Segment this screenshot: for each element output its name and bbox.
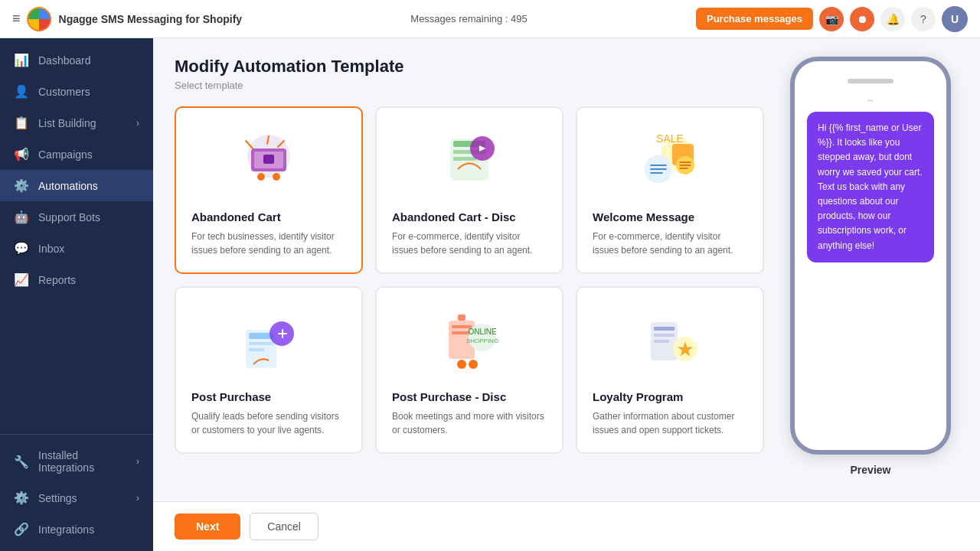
phone-frame: -- Hi {{% first_name or User %}}. It loo… — [790, 57, 951, 455]
help-button[interactable]: ? — [911, 7, 936, 31]
card-image-welcome-message: SALE — [593, 123, 747, 200]
card-desc-post-purchase: Qualify leads before sending visitors or… — [191, 409, 346, 437]
svg-rect-5 — [263, 155, 274, 164]
template-card-loyalty-program[interactable]: Loyalty Program Gather information about… — [576, 286, 764, 454]
sidebar: 📊 Dashboard 👤 Customers 📋 List Building … — [0, 38, 153, 551]
sidebar-item-reports[interactable]: 📈 Reports — [0, 264, 153, 295]
hamburger-icon: ≡ — [12, 11, 21, 26]
card-image-loyalty-program — [593, 303, 747, 380]
card-desc-abandoned-cart: For tech businesses, identify visitor is… — [191, 230, 346, 257]
purchase-messages-button[interactable]: Purchase messages — [696, 8, 813, 30]
dashboard-icon: 📊 — [14, 53, 29, 67]
hamburger-button[interactable]: ≡ — [12, 11, 21, 27]
messages-remaining: Messages remaining : 495 — [410, 13, 527, 24]
sidebar-item-integrations[interactable]: 🔗 Integrations — [0, 514, 153, 545]
phone-notch — [804, 73, 937, 89]
card-desc-abandoned-cart-disc: For e-commerce, identify visitor issues … — [392, 230, 547, 257]
sidebar-item-list-building[interactable]: 📋 List Building › — [0, 107, 153, 139]
card-title-welcome-message: Welcome Message — [593, 210, 694, 223]
template-grid: Abandoned Cart For tech businesses, iden… — [175, 106, 764, 454]
svg-rect-9 — [453, 157, 476, 161]
card-title-abandoned-cart-disc: Abandoned Cart - Disc — [392, 210, 516, 223]
support-bots-icon: 🤖 — [14, 210, 29, 224]
sidebar-bottom: 🔧 Installed Integrations › ⚙️ Settings ›… — [0, 434, 153, 551]
page-subtitle: Select template — [175, 80, 764, 91]
svg-rect-31 — [654, 327, 675, 331]
phone-preview: -- Hi {{% first_name or User %}}. It loo… — [782, 57, 959, 483]
chevron-right-icon: › — [136, 118, 139, 129]
sidebar-item-installed-integrations[interactable]: 🔧 Installed Integrations › — [0, 441, 153, 482]
card-image-post-purchase-disc: ONLINE SHOPPING — [392, 303, 547, 380]
sidebar-item-automations[interactable]: ⚙️ Automations — [0, 170, 153, 201]
sidebar-label-dashboard: Dashboard — [38, 54, 91, 67]
sidebar-item-inbox[interactable]: 💬 Inbox — [0, 233, 153, 264]
svg-rect-33 — [654, 340, 669, 343]
app-logo — [27, 7, 51, 31]
sidebar-label-automations: Automations — [38, 180, 98, 192]
svg-text:SHOPPING: SHOPPING — [466, 337, 498, 344]
customers-icon: 👤 — [14, 84, 29, 99]
bottom-bar: Next Cancel — [153, 501, 980, 551]
page-title: Modify Automation Template — [175, 57, 764, 77]
topbar-right: Purchase messages 📷 ⏺ 🔔 ? U — [696, 6, 968, 32]
avatar-button[interactable]: U — [942, 6, 968, 32]
template-card-welcome-message[interactable]: SALE Welcome Message For e-commerce, ide… — [576, 106, 764, 274]
notification-button[interactable]: 🔔 — [880, 7, 905, 31]
card-desc-welcome-message: For e-commerce, identify visitor issues … — [593, 230, 747, 257]
svg-rect-21 — [458, 315, 466, 321]
sidebar-item-support-bots[interactable]: 🤖 Support Bots — [0, 201, 153, 233]
template-card-post-purchase[interactable]: Post Purchase Qualify leads before sendi… — [175, 286, 363, 454]
sidebar-label-reports: Reports — [38, 274, 76, 286]
camera-button[interactable]: 📷 — [819, 7, 844, 31]
layout: 📊 Dashboard 👤 Customers 📋 List Building … — [0, 38, 980, 551]
svg-text:ONLINE: ONLINE — [468, 328, 497, 336]
sidebar-label-campaigns: Campaigns — [38, 148, 93, 161]
svg-rect-32 — [654, 334, 675, 337]
topbar-center: Messages remaining : 495 — [242, 13, 696, 24]
sidebar-item-campaigns[interactable]: 📢 Campaigns — [0, 139, 153, 170]
sidebar-item-settings[interactable]: ⚙️ Settings › — [0, 482, 153, 514]
logo-circle — [28, 8, 50, 30]
inbox-icon: 💬 — [14, 241, 29, 256]
phone-separator: -- — [804, 95, 937, 104]
sidebar-label-inbox: Inbox — [38, 243, 64, 255]
sidebar-label-list-building: List Building — [38, 117, 96, 129]
svg-point-4 — [273, 173, 280, 181]
help-icon: ? — [920, 13, 926, 25]
list-building-icon: 📋 — [14, 116, 29, 130]
card-image-abandoned-cart-disc — [392, 123, 547, 200]
record-button[interactable]: ⏺ — [850, 7, 874, 31]
sidebar-nav: 📊 Dashboard 👤 Customers 📋 List Building … — [0, 38, 153, 434]
next-button[interactable]: Next — [175, 514, 240, 540]
record-icon: ⏺ — [857, 13, 867, 25]
card-desc-loyalty-program: Gather information about customer issues… — [593, 409, 747, 437]
chevron-right-icon-2: › — [136, 456, 139, 467]
svg-rect-18 — [249, 342, 273, 345]
template-card-post-purchase-disc[interactable]: ONLINE SHOPPING Post Purchase - Disc Boo… — [375, 286, 564, 454]
sidebar-label-installed-integrations: Installed Integrations — [38, 449, 127, 474]
card-desc-post-purchase-disc: Book meetings and more with visitors or … — [392, 409, 547, 437]
app-title: Ngagge SMS Messaging for Shopify — [59, 13, 243, 25]
automations-icon: ⚙️ — [14, 178, 29, 193]
card-title-loyalty-program: Loyalty Program — [593, 390, 683, 403]
sidebar-label-customers: Customers — [38, 86, 90, 98]
svg-text:SALE: SALE — [656, 132, 684, 145]
cancel-button[interactable]: Cancel — [250, 513, 318, 540]
sidebar-label-support-bots: Support Bots — [38, 211, 100, 223]
template-card-abandoned-cart[interactable]: Abandoned Cart For tech businesses, iden… — [175, 106, 363, 274]
installed-integrations-icon: 🔧 — [14, 455, 29, 469]
sidebar-item-dashboard[interactable]: 📊 Dashboard — [0, 44, 153, 76]
card-image-post-purchase — [191, 303, 346, 380]
svg-point-29 — [469, 360, 478, 369]
template-card-abandoned-cart-disc[interactable]: Abandoned Cart - Disc For e-commerce, id… — [375, 106, 564, 274]
camera-icon: 📷 — [825, 13, 838, 25]
card-title-post-purchase-disc: Post Purchase - Disc — [392, 390, 506, 403]
card-title-abandoned-cart: Abandoned Cart — [191, 210, 281, 223]
svg-rect-19 — [249, 348, 264, 351]
sidebar-item-customers[interactable]: 👤 Customers — [0, 76, 153, 107]
campaigns-icon: 📢 — [14, 147, 29, 161]
phone-notch-bar — [848, 79, 893, 83]
phone-bubble: Hi {{% first_name or User %}}. It looks … — [807, 112, 934, 262]
card-title-post-purchase: Post Purchase — [191, 390, 271, 403]
svg-point-3 — [257, 173, 265, 181]
